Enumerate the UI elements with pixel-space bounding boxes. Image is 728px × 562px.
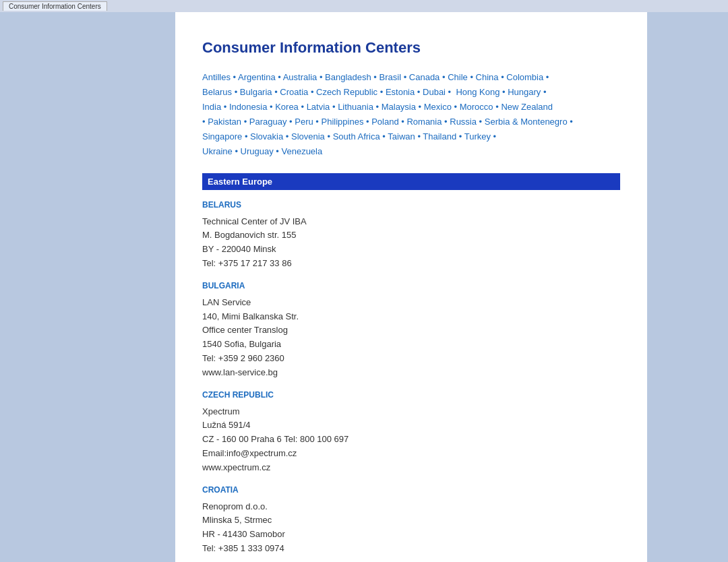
link-russia[interactable]: Russia: [450, 117, 477, 127]
belarus-line-2: M. Bogdanovich str. 155: [202, 230, 296, 240]
link-hungary[interactable]: Hungary: [508, 87, 541, 97]
country-info-czech-republic: Xpectrum Lužná 591/4 CZ - 160 00 Praha 6…: [202, 405, 620, 475]
link-slovakia[interactable]: Slovakia: [250, 131, 283, 142]
country-info-croatia: Renoprom d.o.o. Mlinska 5, Strmec HR - 4…: [202, 500, 620, 556]
link-india[interactable]: India: [202, 102, 221, 112]
belarus-line-3: BY - 220040 Minsk: [202, 244, 276, 254]
bulgaria-line-2: 140, Mimi Balkanska Str.: [202, 311, 299, 321]
left-sidebar: [0, 12, 175, 562]
link-antilles[interactable]: Antilles: [202, 72, 231, 82]
link-uruguay[interactable]: Uruguay: [241, 146, 274, 156]
link-colombia[interactable]: Colombia: [506, 72, 543, 82]
link-belarus[interactable]: Belarus: [202, 87, 232, 97]
link-mexico[interactable]: Mexico: [424, 102, 452, 112]
main-layout: Consumer Information Centers Antilles • …: [0, 12, 728, 562]
link-brasil[interactable]: Brasil: [380, 72, 402, 82]
link-philippines[interactable]: Philippines: [322, 117, 364, 127]
eastern-europe-header: Eastern Europe: [202, 173, 620, 190]
link-pakistan[interactable]: Pakistan: [208, 117, 241, 127]
link-peru[interactable]: Peru: [295, 117, 313, 127]
country-name-croatia: CROATIA: [202, 485, 620, 495]
link-venezuela[interactable]: Venezuela: [282, 146, 323, 156]
link-malaysia[interactable]: Malaysia: [382, 102, 416, 112]
croatia-line-1: Renoprom d.o.o.: [202, 501, 268, 511]
czech-line-5: www.xpectrum.cz: [202, 462, 270, 472]
czech-line-4: Email:info@xpectrum.cz: [202, 448, 297, 458]
link-argentina[interactable]: Argentina: [238, 72, 276, 82]
czech-line-2: Lužná 591/4: [202, 420, 251, 430]
link-bulgaria[interactable]: Bulgaria: [240, 87, 272, 97]
link-poland[interactable]: Poland: [371, 117, 398, 127]
link-canada[interactable]: Canada: [409, 72, 440, 82]
link-latvia[interactable]: Latvia: [307, 102, 330, 112]
country-name-bulgaria: BULGARIA: [202, 281, 620, 290]
browser-tab[interactable]: Consumer Information Centers: [3, 1, 107, 11]
link-czech-republic[interactable]: Czech Republic: [316, 87, 377, 97]
link-turkey[interactable]: Turkey: [464, 131, 491, 142]
link-south-africa[interactable]: South Africa: [333, 131, 380, 142]
right-sidebar: [647, 12, 728, 562]
link-lithuania[interactable]: Lithuania: [338, 102, 373, 112]
link-dubai[interactable]: Dubai: [423, 87, 446, 97]
link-singapore[interactable]: Singapore: [202, 131, 242, 142]
link-paraguay[interactable]: Paraguay: [249, 117, 287, 127]
bulgaria-line-1: LAN Service: [202, 297, 251, 307]
croatia-line-3: HR - 41430 Samobor: [202, 529, 285, 539]
country-name-czech-republic: CZECH REPUBLIC: [202, 390, 620, 400]
link-australia[interactable]: Australia: [283, 72, 317, 82]
link-romania[interactable]: Romania: [406, 117, 442, 127]
page-title: Consumer Information Centers: [202, 39, 620, 57]
link-serbia-montenegro[interactable]: Serbia & Montenegro: [485, 117, 568, 127]
link-new-zealand[interactable]: New Zealand: [501, 102, 553, 112]
country-info-belarus: Technical Center of JV IBA M. Bogdanovic…: [202, 215, 620, 271]
croatia-line-4: Tel: +385 1 333 0974: [202, 543, 284, 553]
link-indonesia[interactable]: Indonesia: [229, 102, 267, 112]
country-name-belarus: BELARUS: [202, 200, 620, 210]
content-area: Consumer Information Centers Antilles • …: [175, 12, 647, 562]
link-slovenia[interactable]: Slovenia: [291, 131, 325, 142]
country-info-bulgaria: LAN Service 140, Mimi Balkanska Str. Off…: [202, 296, 620, 380]
link-china[interactable]: China: [476, 72, 499, 82]
link-chile[interactable]: Chile: [448, 72, 468, 82]
link-thailand[interactable]: Thailand: [423, 131, 456, 142]
link-bangladesh[interactable]: Bangladesh: [325, 72, 371, 82]
browser-tab-bar: Consumer Information Centers: [0, 0, 728, 12]
bulgaria-line-3: Office center Translog: [202, 325, 288, 335]
belarus-line-4: Tel: +375 17 217 33 86: [202, 258, 292, 268]
link-taiwan[interactable]: Taiwan: [388, 131, 415, 142]
bulgaria-line-4: 1540 Sofia, Bulgaria: [202, 339, 281, 349]
link-morocco[interactable]: Morocco: [460, 102, 493, 112]
belarus-line-1: Technical Center of JV IBA: [202, 216, 307, 226]
link-hong-kong[interactable]: Hong Kong: [456, 87, 499, 97]
links-section: Antilles • Argentina • Australia • Bangl…: [202, 70, 620, 160]
link-ukraine[interactable]: Ukraine: [202, 146, 233, 156]
bulgaria-line-6: www.lan-service.bg: [202, 367, 278, 377]
link-korea[interactable]: Korea: [275, 102, 299, 112]
czech-line-3: CZ - 160 00 Praha 6 Tel: 800 100 697: [202, 434, 348, 444]
link-croatia[interactable]: Croatia: [280, 87, 308, 97]
bulgaria-line-5: Tel: +359 2 960 2360: [202, 353, 284, 363]
czech-line-1: Xpectrum: [202, 406, 240, 416]
croatia-line-2: Mlinska 5, Strmec: [202, 515, 272, 525]
link-estonia[interactable]: Estonia: [386, 87, 415, 97]
